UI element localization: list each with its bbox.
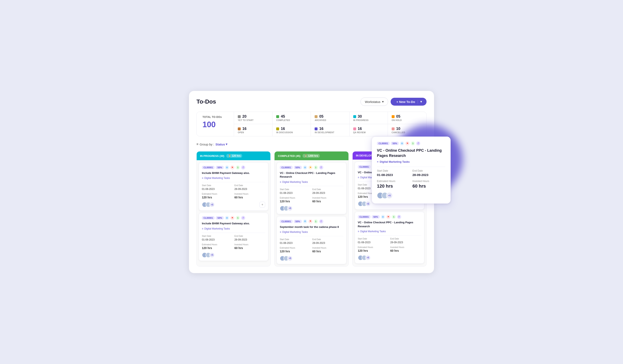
est-hours-value: 120 hrs xyxy=(202,196,212,199)
dollar-icon: $ xyxy=(314,219,318,223)
card-hours: Estimated Hours 120 hrs Invested Hours 6… xyxy=(280,247,343,253)
card-percent-tag: 50% xyxy=(216,166,224,169)
list-icon: ≡ xyxy=(280,181,281,183)
new-todo-button[interactable]: + New To-Do ▾ xyxy=(391,98,426,106)
task-card[interactable]: CL00001 50% ⚙ ⚑ $ ⏱ September month task… xyxy=(277,216,346,264)
task-card[interactable]: CL00001 50% ⚙ ⚑ $ ⏱ Include BHIM Payment… xyxy=(199,213,268,261)
flag-icon: ⚑ xyxy=(386,215,390,219)
end-date-value: 28-09-2023 xyxy=(234,238,247,241)
stat-archived: 05 ARCHIVED xyxy=(311,112,349,124)
stat-yet-to-start: 20 YET TO START xyxy=(234,112,272,124)
card-id-tag: CL00001 xyxy=(280,166,292,169)
stat-in-discussion: 16 IN DISCUSSION xyxy=(272,124,311,136)
stat-in-progress: 30 IN PROGRESS xyxy=(350,112,388,124)
list-icon: ≡ xyxy=(202,177,203,179)
detail-est-hours: Estimated Hours 120 hrs xyxy=(377,180,410,189)
card-id-tag: CL00001 xyxy=(202,166,215,169)
in-progress-title: IN PROGRESS (30) xyxy=(200,154,224,157)
header: To-Dos Workstatus ▾ + New To-Do ▾ xyxy=(197,98,426,106)
card-project: ≡ Digital Marketing Tasks xyxy=(202,177,265,179)
dollar-icon: $ xyxy=(411,141,415,146)
column-header-completed: COMPLETED (45) ⏳ 1200 hrs xyxy=(274,151,348,160)
total-todos-section: TOTAL TO-DOs 100 xyxy=(197,112,234,136)
flag-icon: ⚑ xyxy=(308,219,312,223)
card-footer: +5 xyxy=(280,256,343,261)
detail-invested-hours-label: Invested Hours xyxy=(412,180,445,183)
start-date-label: Start Date xyxy=(202,235,233,237)
card-avatars: +5 xyxy=(358,201,371,207)
detail-avatars: +5 xyxy=(377,192,445,199)
stats-bar: TOTAL TO-DOs 100 20 YET TO START 45 xyxy=(197,112,426,136)
clock-icon: ⏱ xyxy=(241,165,245,170)
detail-start-date: Start Date 01-08-2023 xyxy=(377,169,410,177)
add-task-button[interactable]: + xyxy=(259,202,265,208)
detail-dates: Start Date 01-08-2023 End Date 28-09-202… xyxy=(377,169,445,177)
end-date-label: End Date xyxy=(234,235,266,237)
card-tags: CL00001 50% ⚙ ⚑ $ ⏱ xyxy=(280,165,343,170)
detail-project: ≡ Digital Marketing Tasks xyxy=(377,160,445,163)
avatar-more: +5 xyxy=(365,255,371,260)
clock-icon: ⏱ xyxy=(319,165,323,170)
card-title: VC - Online Checkout PPC - Landing Pages… xyxy=(358,221,421,228)
detail-est-hours-label: Estimated Hours xyxy=(377,180,410,183)
completed-title: COMPLETED (45) xyxy=(278,154,300,157)
avatar-more: +5 xyxy=(209,252,215,258)
group-by-lines-icon: ≡ xyxy=(197,142,198,146)
group-by-value[interactable]: Status ▾ xyxy=(215,142,227,146)
stat-open: 16 OPEN xyxy=(234,124,272,136)
card-hours: Estimated Hours 120 hrs Invested Hours 6… xyxy=(202,243,265,250)
column-completed: COMPLETED (45) ⏳ 1200 hrs CL00001 50% ⚙ … xyxy=(274,151,349,266)
new-todo-label: + New To-Do xyxy=(397,100,415,104)
detail-start-date-label: Start Date xyxy=(377,169,410,172)
detail-title: VC - Online Checkout PPC - Landing Pages… xyxy=(377,148,445,158)
detail-hours: Estimated Hours 120 hrs Invested Hours 6… xyxy=(377,180,445,189)
task-card[interactable]: CL00001 50% ⚙ ⚑ $ ⏱ VC - Online Checkout… xyxy=(277,162,346,214)
gear-icon: ⚙ xyxy=(381,215,385,219)
list-icon: ≡ xyxy=(377,160,378,163)
card-id-tag: CL00001 xyxy=(280,220,292,223)
start-date-label: Start Date xyxy=(202,184,233,187)
start-date-value: 01-08-2023 xyxy=(202,238,215,241)
card-avatars: +5 xyxy=(280,206,293,211)
group-by-control: ≡ Group by : Status ▾ xyxy=(197,142,227,146)
gear-icon: ⚙ xyxy=(225,165,229,170)
clock-icon: ⏱ xyxy=(397,215,401,219)
stats-grid-top: 20 YET TO START 45 COMPLETED 05 xyxy=(234,112,426,124)
warning-icon: ⚑ xyxy=(308,165,312,170)
header-actions: Workstatus ▾ + New To-Do ▾ xyxy=(360,98,426,106)
column-in-progress: IN PROGRESS (30) ⏳ 120 hrs CL00001 50% ⚙… xyxy=(197,151,271,266)
invested-hours-value: 60 hrs xyxy=(234,196,243,199)
group-by-label: Group by : xyxy=(200,143,214,146)
task-card[interactable]: CL00001 50% ⚙ ⚑ $ ⏱ Include BHIM Payment… xyxy=(199,162,268,211)
card-title: Include BHIM Payment Gateway also. xyxy=(202,222,265,225)
list-icon: ≡ xyxy=(202,227,203,230)
stat-cancelled: 10 CANCELLED xyxy=(388,124,426,136)
avatar-more: +5 xyxy=(209,202,215,207)
card-tags: CL00001 50% ⚙ ⚑ $ ⏱ xyxy=(358,215,421,219)
detail-invested-hours: Invested Hours 60 hrs xyxy=(412,180,445,189)
card-project: ≡ Digital Marketing Tasks xyxy=(358,230,421,233)
group-by-status: Status xyxy=(215,143,225,146)
detail-invested-hours-value: 60 hrs xyxy=(412,183,426,189)
card-avatars: +5 xyxy=(280,256,293,261)
clock-icon: ⏱ xyxy=(241,216,245,220)
page-title: To-Dos xyxy=(197,98,216,105)
avatar-more: +5 xyxy=(386,192,393,199)
card-footer: +5 xyxy=(202,252,265,258)
stats-grid-bottom: 16 OPEN 16 IN DISCUSSION 16 I xyxy=(234,124,426,136)
card-avatars: +5 xyxy=(358,255,371,260)
detail-end-date-value: 28-09-2023 xyxy=(412,173,428,177)
card-percent-tag: 50% xyxy=(294,166,302,169)
card-footer: +5 xyxy=(358,255,421,260)
card-project: ≡ Digital Marketing Tasks xyxy=(202,227,265,230)
est-hours-label: Estimated Hours xyxy=(202,193,233,195)
clock-icon: ⏱ xyxy=(319,219,323,223)
stat-qa-review: 16 QA REVIEW xyxy=(350,124,388,136)
card-project: ≡ Digital Marketing Tasks xyxy=(280,181,343,183)
workstatus-button[interactable]: Workstatus ▾ xyxy=(360,98,388,106)
completed-hours: ⏳ 1200 hrs xyxy=(303,154,320,158)
gear-icon: ⚙ xyxy=(303,219,307,223)
chevron-down-icon: ▾ xyxy=(382,100,384,104)
end-date-value: 28-09-2023 xyxy=(234,188,247,191)
task-card[interactable]: CL00001 50% ⚙ ⚑ $ ⏱ VC - Online Checkout… xyxy=(355,212,424,263)
